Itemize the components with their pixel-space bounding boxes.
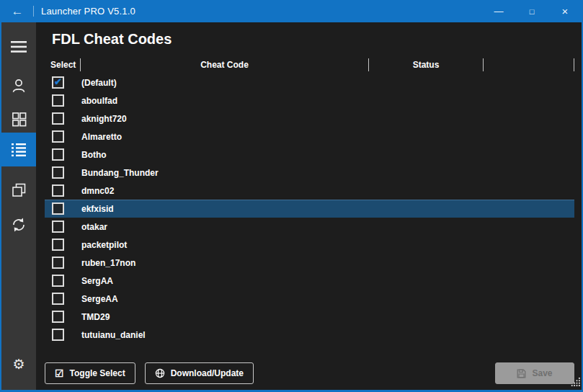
sidebar-item-collections[interactable] [1, 173, 36, 207]
minimize-icon: — [494, 6, 504, 17]
table-row[interactable]: Botho [45, 146, 574, 164]
row-checkbox[interactable] [52, 293, 64, 305]
cheat-code-name: Bundang_Thunder [81, 168, 159, 178]
cheat-code-name: Botho [81, 150, 107, 160]
table-body: ✔(Default)aboulfadaknight720AlmarettoBot… [45, 74, 574, 344]
table-row[interactable]: otakar [45, 218, 574, 236]
table-row[interactable]: aknight720 [45, 110, 574, 128]
maximize-icon: □ [530, 7, 535, 16]
save-label: Save [532, 368, 552, 378]
table-row[interactable]: dmnc02 [45, 182, 574, 200]
row-checkbox[interactable] [52, 329, 64, 341]
table-row[interactable]: TMD29 [45, 308, 574, 326]
row-checkbox[interactable] [52, 275, 64, 287]
cheat-code-name: ekfxisid [81, 204, 114, 214]
back-arrow-icon: ← [12, 4, 24, 19]
sidebar-item-refresh[interactable] [1, 208, 36, 241]
cheat-code-name: SergeAA [81, 294, 118, 304]
cheat-code-name: dmnc02 [81, 186, 114, 196]
gear-icon: ⚙ [12, 357, 25, 371]
title-bar: ← Launcher PRO V5.1.0 — □ × [1, 0, 582, 22]
toggle-select-button[interactable]: ☑ Toggle Select [45, 362, 135, 384]
row-checkbox[interactable] [52, 311, 64, 323]
row-checkbox[interactable] [52, 257, 64, 269]
person-icon [10, 77, 27, 94]
row-checkbox[interactable] [52, 112, 64, 125]
row-checkbox[interactable] [52, 148, 64, 161]
cheat-code-name: SergAA [81, 276, 113, 286]
window-title: Launcher PRO V5.1.0 [41, 6, 135, 17]
checkbox-checked-icon: ☑ [55, 368, 64, 378]
cheat-code-name: packetpilot [81, 240, 127, 250]
sidebar-item-cheat-codes[interactable] [1, 133, 36, 166]
column-header-status: Status [369, 58, 484, 71]
table-row[interactable]: tutuianu_daniel [45, 326, 574, 344]
cheat-code-name: otakar [81, 222, 107, 232]
table-row[interactable]: packetpilot [45, 236, 574, 254]
main-content: FDL Cheat Codes Select Cheat Code Status… [36, 22, 582, 390]
table-row[interactable]: ✔(Default) [45, 74, 574, 92]
cheat-code-name: aboulfad [81, 96, 117, 106]
table-row[interactable]: ekfxisid [45, 200, 574, 218]
resize-grip-icon[interactable] [571, 377, 581, 390]
globe-icon [155, 368, 165, 378]
app-window: ← Launcher PRO V5.1.0 — □ × [0, 0, 583, 392]
sidebar-item-settings[interactable]: ⚙ [1, 347, 36, 381]
grid-icon [11, 111, 27, 128]
table-row[interactable]: SergAA [45, 272, 574, 290]
close-button[interactable]: × [548, 0, 582, 22]
row-checkbox[interactable] [52, 239, 64, 251]
close-icon: × [562, 5, 569, 17]
column-header-extra [484, 58, 574, 71]
row-checkbox[interactable] [52, 94, 64, 107]
titlebar-divider [33, 6, 34, 17]
table-row[interactable]: Bundang_Thunder [45, 164, 574, 182]
list-details-icon [10, 142, 27, 158]
column-header-cheat-code: Cheat Code [81, 58, 369, 71]
row-checkbox[interactable] [52, 166, 64, 179]
save-button[interactable]: Save [495, 362, 574, 384]
toggle-select-label: Toggle Select [70, 368, 125, 378]
hamburger-icon [10, 40, 27, 54]
cheat-code-name: (Default) [81, 78, 117, 88]
cheat-code-name: aknight720 [81, 114, 127, 124]
row-checkbox[interactable] [52, 184, 64, 197]
row-checkbox[interactable] [52, 220, 64, 233]
sidebar-item-apps[interactable] [1, 102, 36, 136]
footer-toolbar: ☑ Toggle Select Download/Update [45, 362, 574, 384]
table-row[interactable]: ruben_17non [45, 254, 574, 272]
table-row[interactable]: Almaretto [45, 128, 574, 146]
page-title: FDL Cheat Codes [52, 31, 172, 48]
checkmark-icon: ✔ [54, 77, 62, 86]
row-checkbox[interactable] [52, 202, 64, 215]
row-checkbox[interactable]: ✔ [52, 76, 64, 89]
layers-icon [10, 182, 27, 199]
maximize-button[interactable]: □ [515, 0, 548, 22]
cheat-code-name: TMD29 [81, 312, 110, 322]
column-header-select: Select [45, 58, 81, 71]
sidebar: ⚙ [1, 22, 36, 390]
refresh-icon [10, 216, 27, 233]
cheat-code-name: tutuianu_daniel [81, 330, 146, 340]
floppy-disk-icon [517, 369, 526, 378]
table-row[interactable]: SergeAA [45, 290, 574, 308]
cheat-code-name: Almaretto [81, 132, 122, 142]
sidebar-item-menu[interactable] [1, 30, 36, 63]
cheat-codes-table: Select Cheat Code Status ✔(Default)aboul… [45, 58, 574, 344]
table-header: Select Cheat Code Status [45, 58, 574, 72]
table-row[interactable]: aboulfad [45, 92, 574, 110]
download-update-button[interactable]: Download/Update [145, 362, 254, 384]
minimize-button[interactable]: — [482, 0, 515, 22]
sidebar-item-profile[interactable] [1, 68, 36, 102]
back-button[interactable]: ← [1, 0, 33, 22]
cheat-code-name: ruben_17non [81, 258, 135, 268]
row-checkbox[interactable] [52, 130, 64, 143]
download-update-label: Download/Update [171, 368, 244, 378]
